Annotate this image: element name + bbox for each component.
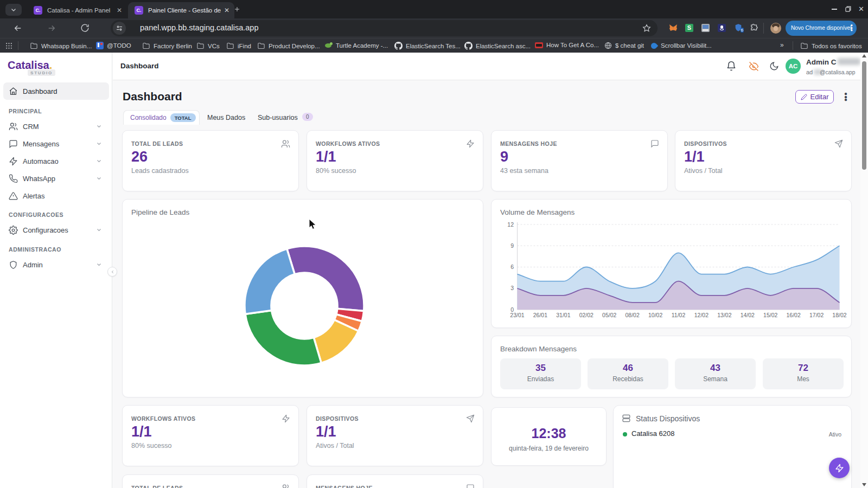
svg-text:02/02: 02/02 <box>579 312 593 318</box>
svg-text:14/02: 14/02 <box>741 312 755 318</box>
svg-text:08/02: 08/02 <box>625 312 639 318</box>
svg-text:15/02: 15/02 <box>763 312 777 318</box>
svg-text:18/02: 18/02 <box>832 312 846 318</box>
svg-text:3: 3 <box>510 285 514 291</box>
svg-text:16/02: 16/02 <box>786 312 800 318</box>
svg-text:26/01: 26/01 <box>533 312 547 318</box>
svg-text:17/02: 17/02 <box>809 312 824 318</box>
svg-text:10/02: 10/02 <box>648 312 662 318</box>
svg-text:12: 12 <box>507 221 514 228</box>
svg-text:05/02: 05/02 <box>602 312 616 318</box>
svg-text:31/01: 31/01 <box>556 312 570 318</box>
svg-text:9: 9 <box>510 242 514 249</box>
svg-text:11/02: 11/02 <box>672 312 686 318</box>
svg-text:12/02: 12/02 <box>694 312 709 318</box>
svg-text:13/02: 13/02 <box>717 312 731 318</box>
svg-text:23/01: 23/01 <box>510 312 524 318</box>
svg-text:6: 6 <box>510 264 514 270</box>
